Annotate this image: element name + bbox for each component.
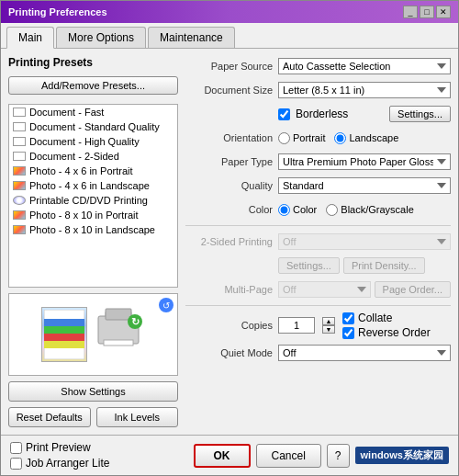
copies-down-button[interactable]: ▼ xyxy=(322,325,335,334)
tab-maintenance[interactable]: Maintenance xyxy=(148,27,235,48)
svg-rect-1 xyxy=(44,319,84,326)
window-footer: Print Preview Job Arranger Lite OK Cance… xyxy=(1,435,458,475)
document-size-label: Document Size xyxy=(185,85,273,96)
bw-label: Black/Grayscale xyxy=(341,204,413,215)
orientation-label: Orientation xyxy=(185,132,273,143)
job-arranger-label: Job Arranger Lite xyxy=(26,457,109,470)
add-remove-presets-button[interactable]: Add/Remove Presets... xyxy=(8,76,178,95)
landscape-label: Landscape xyxy=(349,132,398,143)
print-preview-checkbox[interactable] xyxy=(10,442,22,454)
minimize-button[interactable]: _ xyxy=(403,6,418,18)
preset-item-cd-dvd[interactable]: Printable CD/DVD Printing xyxy=(9,193,177,208)
quiet-mode-select[interactable]: Off xyxy=(278,345,451,361)
copies-up-button[interactable]: ▲ xyxy=(322,317,335,325)
bottom-buttons-2: Reset Defaults Ink Levels xyxy=(8,407,178,427)
footer-buttons: OK Cancel ? xyxy=(194,444,350,468)
paper-source-label: Paper Source xyxy=(185,61,273,72)
preset-label: Printable CD/DVD Printing xyxy=(29,195,148,206)
show-settings-button[interactable]: Show Settings xyxy=(8,381,178,402)
copies-control: ▲ ▼ Collate Reverse Order xyxy=(278,312,451,339)
tab-main[interactable]: Main xyxy=(6,27,54,49)
two-sided-row: 2-Sided Printing Off xyxy=(185,232,451,252)
help-button[interactable]: ? xyxy=(327,444,350,468)
quality-select[interactable]: Standard xyxy=(278,177,451,194)
ink-levels-button[interactable]: Ink Levels xyxy=(96,407,179,427)
svg-rect-2 xyxy=(44,326,84,334)
portrait-radio[interactable] xyxy=(278,132,290,144)
copies-label: Copies xyxy=(185,320,273,331)
multipage-select[interactable]: Off xyxy=(278,281,371,298)
landscape-radio[interactable] xyxy=(334,132,346,144)
reset-defaults-button[interactable]: Reset Defaults xyxy=(8,407,91,427)
collate-checkbox[interactable] xyxy=(342,312,354,324)
bw-option: Black/Grayscale xyxy=(326,204,413,216)
two-sided-label: 2-Sided Printing xyxy=(185,236,273,247)
print-density-button[interactable]: Print Density... xyxy=(343,257,425,274)
two-sided-control: Off xyxy=(278,233,451,250)
bw-radio[interactable] xyxy=(326,204,338,216)
paper-preview xyxy=(41,307,87,362)
reverse-order-label: Reverse Order xyxy=(358,326,431,339)
watermark-text: windows系统家园 xyxy=(361,449,443,460)
two-sided-select[interactable]: Off xyxy=(278,233,451,250)
preset-label: Photo - 4 x 6 in Landscape xyxy=(29,180,150,191)
document-size-select[interactable]: Letter (8.5 x 11 in) xyxy=(278,82,451,98)
preset-item-8x10-landscape[interactable]: Photo - 8 x 10 in Landscape xyxy=(9,222,177,237)
ok-button[interactable]: OK xyxy=(194,444,251,468)
bottom-buttons: Show Settings xyxy=(8,381,178,402)
maximize-button[interactable]: □ xyxy=(420,6,434,18)
borderless-settings-button[interactable]: Settings... xyxy=(389,106,451,122)
paper-type-select[interactable]: Ultra Premium Photo Paper Glossy xyxy=(278,153,451,170)
tab-bar: Main More Options Maintenance xyxy=(1,23,458,49)
preset-label: Document - 2-Sided xyxy=(29,151,119,162)
color-option-label: Color xyxy=(293,204,317,215)
preset-item-photo-landscape[interactable]: Photo - 4 x 6 in Landscape xyxy=(9,178,177,193)
preset-label: Photo - 4 x 6 in Portrait xyxy=(29,165,133,176)
page-order-button[interactable]: Page Order... xyxy=(375,281,451,298)
two-sided-settings-button[interactable]: Settings... xyxy=(278,257,340,274)
preset-item-standard[interactable]: Document - Standard Quality xyxy=(9,119,177,134)
reverse-order-checkbox[interactable] xyxy=(342,327,354,339)
watermark-badge: windows系统家园 xyxy=(355,447,449,464)
main-window: Printing Preferences _ □ ✕ Main More Opt… xyxy=(0,0,459,476)
presets-list: Document - Fast Document - Standard Qual… xyxy=(8,104,178,288)
preset-label: Photo - 8 x 10 in Portrait xyxy=(29,210,139,221)
preset-item-8x10-portrait[interactable]: Photo - 8 x 10 in Portrait xyxy=(9,208,177,222)
preset-item-photo-portrait[interactable]: Photo - 4 x 6 in Portrait xyxy=(9,164,177,178)
document-size-control: Letter (8.5 x 11 in) xyxy=(278,82,451,98)
preset-doc-icon xyxy=(13,108,26,117)
left-panel: Printing Presets Add/Remove Presets... D… xyxy=(8,56,178,427)
preset-label: Document - High Quality xyxy=(29,136,140,147)
color-option: Color xyxy=(278,204,317,216)
cancel-button[interactable]: Cancel xyxy=(256,444,321,468)
svg-rect-10 xyxy=(104,340,133,346)
preset-item-2sided[interactable]: Document - 2-Sided xyxy=(9,149,177,164)
preset-item-fast[interactable]: Document - Fast xyxy=(9,105,177,119)
orientation-row: Orientation Portrait Landscape xyxy=(185,128,451,148)
landscape-option: Landscape xyxy=(334,132,398,144)
quiet-mode-label: Quiet Mode xyxy=(185,347,273,358)
paper-type-control: Ultra Premium Photo Paper Glossy xyxy=(278,153,451,170)
preset-item-high-quality[interactable]: Document - High Quality xyxy=(9,134,177,149)
multipage-control: Off Page Order... xyxy=(278,281,451,298)
settings-density-row: Settings... Print Density... xyxy=(185,255,451,276)
collate-group: Collate Reverse Order xyxy=(342,312,431,339)
paper-source-row: Paper Source Auto Cassette Selection xyxy=(185,56,451,76)
footer-right: OK Cancel ? windows系统家园 xyxy=(194,444,450,468)
preset-doc-icon xyxy=(13,152,26,161)
preset-cd-icon xyxy=(13,196,26,205)
preset-doc-icon xyxy=(13,137,26,146)
right-panel: Paper Source Auto Cassette Selection Doc… xyxy=(185,56,451,427)
divider-2 xyxy=(185,305,451,306)
paper-source-select[interactable]: Auto Cassette Selection xyxy=(278,58,451,74)
job-arranger-checkbox[interactable] xyxy=(10,458,22,470)
preset-label: Document - Standard Quality xyxy=(29,121,160,132)
footer-checkboxes: Print Preview Job Arranger Lite xyxy=(10,441,109,470)
tab-more-options[interactable]: More Options xyxy=(56,27,146,48)
copies-input[interactable] xyxy=(278,317,315,334)
quality-control: Standard xyxy=(278,177,451,194)
close-button[interactable]: ✕ xyxy=(436,6,451,18)
borderless-checkbox[interactable] xyxy=(278,108,290,120)
svg-rect-7 xyxy=(106,309,131,320)
color-radio[interactable] xyxy=(278,204,290,216)
